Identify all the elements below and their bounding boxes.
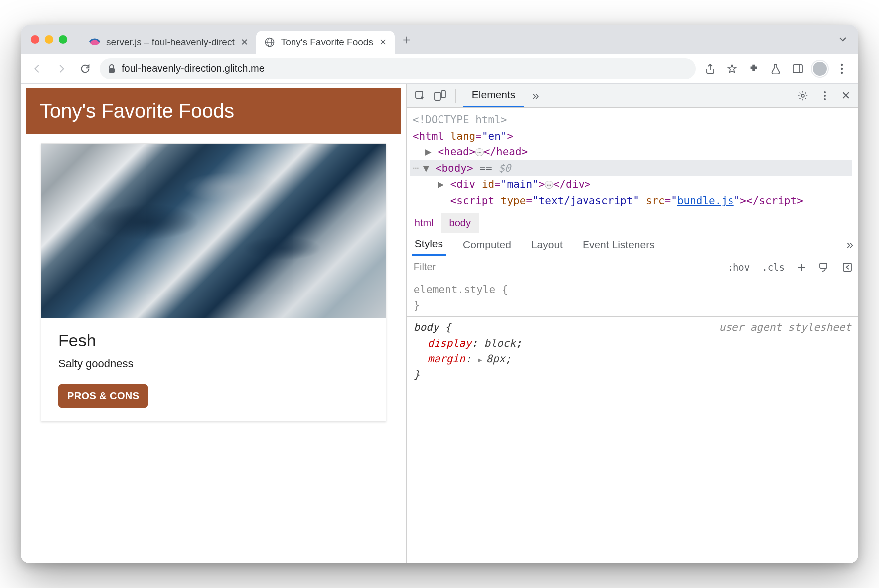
svg-point-14 <box>824 95 826 97</box>
window-controls <box>31 35 67 44</box>
styles-rules[interactable]: element.style { } user agent stylesheet … <box>407 278 858 387</box>
elements-tab[interactable]: Elements <box>463 84 525 107</box>
breadcrumb-bar: html body <box>407 213 858 233</box>
page-viewport: Tony's Favorite Foods Fesh Salty goodnes… <box>21 84 406 563</box>
devtools-settings-icon[interactable] <box>794 87 811 104</box>
devtools-panel: Elements » ✕ <!DOCTYPE html> <html lang=… <box>406 84 858 563</box>
close-tab-icon[interactable]: ✕ <box>241 37 248 48</box>
computed-sidebar-toggle-icon[interactable] <box>836 256 858 278</box>
browser-window: server.js – foul-heavenly-direct ✕ Tony'… <box>21 25 858 563</box>
page-title: Tony's Favorite Foods <box>26 88 401 134</box>
rendering-emulation-icon[interactable] <box>813 262 836 272</box>
styles-tab[interactable]: Styles <box>412 233 446 256</box>
close-tab-icon[interactable]: ✕ <box>379 37 387 48</box>
new-tab-button[interactable]: ＋ <box>398 30 416 48</box>
svg-rect-4 <box>793 65 802 73</box>
svg-rect-3 <box>109 68 115 73</box>
dom-tree[interactable]: <!DOCTYPE html> <html lang="en"> ▶ <head… <box>407 108 858 213</box>
tab-title: server.js – foul-heavenly-direct <box>106 37 235 48</box>
address-bar[interactable]: foul-heavenly-direction.glitch.me <box>100 58 696 79</box>
svg-rect-17 <box>843 263 851 271</box>
fullscreen-window-button[interactable] <box>59 35 67 44</box>
devtools-menu-icon[interactable] <box>816 87 833 104</box>
body-selector: body { <box>414 321 451 333</box>
globe-favicon-icon <box>264 37 275 48</box>
svg-rect-10 <box>435 92 440 100</box>
svg-point-6 <box>841 63 843 65</box>
device-toolbar-icon[interactable] <box>432 87 448 104</box>
chrome-menu-button[interactable] <box>832 59 851 78</box>
card-description: Salty goodness <box>58 357 369 370</box>
bookmark-button[interactable] <box>723 59 741 78</box>
bundle-link[interactable]: bundle.js <box>677 195 734 207</box>
glitch-favicon-icon <box>89 37 100 48</box>
svg-rect-16 <box>820 263 827 268</box>
extensions-button[interactable] <box>744 59 763 78</box>
doctype-node: <!DOCTYPE html> <box>413 114 507 126</box>
tab-title: Tony's Favorite Foods <box>281 37 373 48</box>
url-text: foul-heavenly-direction.glitch.me <box>122 63 265 74</box>
close-window-button[interactable] <box>31 35 39 44</box>
styles-subtabs: Styles Computed Layout Event Listeners » <box>407 233 858 256</box>
avatar-icon <box>812 61 828 77</box>
share-button[interactable] <box>701 59 720 78</box>
reload-button[interactable] <box>76 59 95 78</box>
svg-point-7 <box>841 67 843 69</box>
back-button[interactable] <box>28 59 47 78</box>
devtools-close-icon[interactable]: ✕ <box>838 89 853 102</box>
event-listeners-tab[interactable]: Event Listeners <box>580 233 658 256</box>
pros-cons-button[interactable]: PROS & CONS <box>58 384 148 408</box>
labs-button[interactable] <box>766 59 785 78</box>
svg-point-13 <box>824 91 826 93</box>
svg-point-15 <box>824 98 826 100</box>
breadcrumb-body[interactable]: body <box>441 213 479 233</box>
more-style-tabs-icon[interactable]: » <box>847 238 853 252</box>
tabs-dropdown-button[interactable] <box>834 35 851 44</box>
card-image <box>41 144 386 318</box>
lock-icon <box>108 64 116 73</box>
tab-glitch-editor[interactable]: server.js – foul-heavenly-direct ✕ <box>81 31 256 54</box>
browser-toolbar: foul-heavenly-direction.glitch.me <box>21 54 858 84</box>
svg-point-8 <box>841 71 843 73</box>
body-node-selected[interactable]: ⋯▼ <body> == $0 <box>410 160 852 177</box>
cls-toggle[interactable]: .cls <box>756 262 791 273</box>
minimize-window-button[interactable] <box>45 35 53 44</box>
more-tabs-icon[interactable]: » <box>527 89 544 103</box>
layout-tab[interactable]: Layout <box>528 233 566 256</box>
new-style-rule-icon[interactable] <box>791 262 813 272</box>
tab-tonys-favorite-foods[interactable]: Tony's Favorite Foods ✕ <box>256 31 395 54</box>
rule-origin: user agent stylesheet <box>719 320 851 336</box>
card-title: Fesh <box>58 331 369 350</box>
devtools-tabbar: Elements » ✕ <box>407 84 858 108</box>
inspect-element-icon[interactable] <box>412 87 429 104</box>
styles-filter-input[interactable] <box>407 256 721 278</box>
element-style-selector: element.style { <box>414 284 508 295</box>
hov-toggle[interactable]: :hov <box>721 256 756 278</box>
styles-filter-bar: :hov .cls <box>407 256 858 278</box>
svg-rect-11 <box>441 91 445 98</box>
content-area: Tony's Favorite Foods Fesh Salty goodnes… <box>21 84 858 563</box>
svg-point-12 <box>801 94 804 97</box>
forward-button[interactable] <box>52 59 71 78</box>
side-panel-button[interactable] <box>788 59 807 78</box>
profile-button[interactable] <box>810 59 829 78</box>
breadcrumb-html[interactable]: html <box>407 213 441 233</box>
computed-tab[interactable]: Computed <box>460 233 514 256</box>
tab-strip: server.js – foul-heavenly-direct ✕ Tony'… <box>21 25 858 54</box>
food-card: Fesh Salty goodness PROS & CONS <box>41 143 386 421</box>
